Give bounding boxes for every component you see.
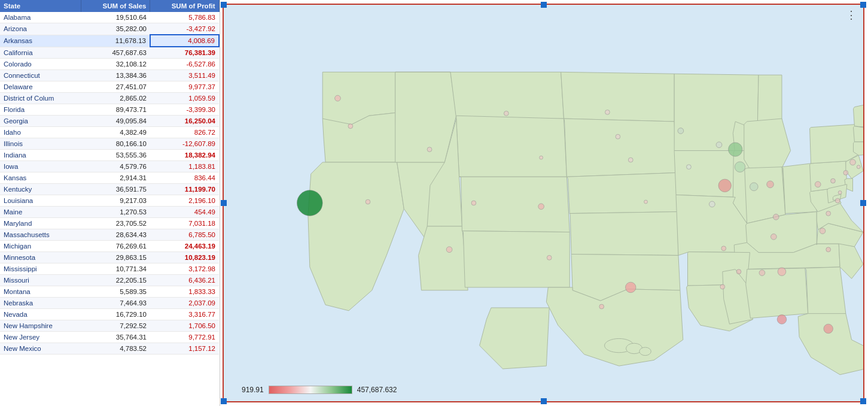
- table-row[interactable]: Nevada16,729.103,316.77: [0, 309, 219, 320]
- bubble-sc[interactable]: [826, 247, 831, 252]
- table-row[interactable]: Iowa4,579.761,183.81: [0, 161, 219, 172]
- cell-profit: -12,607.89: [150, 138, 219, 150]
- table-row[interactable]: New Hampshire7,292.521,706.50: [0, 320, 219, 332]
- bubble-arkansas[interactable]: [721, 246, 726, 251]
- bubble-illinois[interactable]: [718, 179, 731, 192]
- bubble-virginia[interactable]: [826, 211, 831, 216]
- bubble-louisiana[interactable]: [720, 284, 725, 289]
- table-row[interactable]: Georgia49,095.8416,250.04: [0, 116, 219, 127]
- bubble-de[interactable]: [838, 191, 842, 195]
- cell-state: Massachusetts: [0, 229, 81, 241]
- sales-profit-table: State SUM of Sales SUM of Profit Alabama…: [0, 0, 220, 355]
- bubble-iowa[interactable]: [687, 165, 692, 169]
- table-row[interactable]: Delaware27,451.079,977.37: [0, 81, 219, 93]
- bubble-california[interactable]: [297, 190, 322, 216]
- bubble-pa[interactable]: [815, 181, 821, 187]
- resize-handle-bottomleft[interactable]: [221, 398, 227, 404]
- bubble-nd[interactable]: [605, 110, 610, 115]
- table-row[interactable]: Idaho4,382.49826.72: [0, 127, 219, 138]
- bubble-sd[interactable]: [616, 134, 620, 139]
- table-row[interactable]: Kentucky36,591.7511,199.70: [0, 184, 219, 195]
- bubble-tx2[interactable]: [599, 304, 604, 309]
- table-row[interactable]: Arkansas11,678.134,008.69: [0, 35, 219, 47]
- bubble-al[interactable]: [759, 270, 765, 276]
- bubble-florida[interactable]: [777, 315, 787, 325]
- bubble-texas[interactable]: [626, 282, 636, 292]
- cell-state: Nebraska: [0, 298, 81, 309]
- cell-profit: 4,008.69: [150, 35, 219, 47]
- col-header-profit[interactable]: SUM of Profit: [150, 0, 219, 12]
- cell-state: Delaware: [0, 81, 81, 93]
- cell-sales: 35,764.31: [81, 332, 150, 343]
- resize-handle-middleleft[interactable]: [221, 200, 227, 206]
- bubble-md[interactable]: [835, 198, 840, 203]
- bubble-florida2[interactable]: [824, 324, 833, 334]
- bubble-washington[interactable]: [335, 95, 341, 101]
- bubble-az[interactable]: [446, 247, 452, 253]
- resize-handle-bottomcenter[interactable]: [541, 398, 547, 404]
- table-row[interactable]: Kansas2,914.31836.44: [0, 172, 219, 184]
- table-row[interactable]: Florida89,473.71-3,399.30: [0, 104, 219, 116]
- bubble-missouri[interactable]: [709, 201, 715, 207]
- table-row[interactable]: Louisiana9,217.032,196.10: [0, 195, 219, 207]
- table-row[interactable]: Alabama19,510.645,786.83: [0, 12, 219, 23]
- bubble-kentucky[interactable]: [773, 214, 779, 220]
- bubble-wy[interactable]: [540, 156, 543, 159]
- cell-profit: 826.72: [150, 127, 219, 138]
- table-row[interactable]: Maine1,270.53454.49: [0, 207, 219, 218]
- cell-sales: 7,292.52: [81, 320, 150, 332]
- bubble-nevada[interactable]: [366, 199, 370, 204]
- resize-handle-topright[interactable]: [860, 2, 866, 8]
- cell-state: New Jersey: [0, 332, 81, 343]
- resize-handle-middleright[interactable]: [860, 200, 866, 206]
- bubble-ri[interactable]: [857, 165, 860, 169]
- table-row[interactable]: Arizona35,282.00-3,427.92: [0, 23, 219, 35]
- table-row[interactable]: District of Colum2,865.021,059.59: [0, 93, 219, 104]
- col-header-state[interactable]: State: [0, 0, 81, 12]
- bubble-utah[interactable]: [471, 201, 476, 205]
- table-row[interactable]: Massachusetts28,634.436,785.50: [0, 229, 219, 241]
- table-row[interactable]: New Jersey35,764.319,772.91: [0, 332, 219, 343]
- bubble-georgia[interactable]: [778, 268, 786, 276]
- bubble-montana[interactable]: [504, 111, 508, 116]
- resize-handle-bottomright[interactable]: [860, 398, 866, 404]
- map-menu-button[interactable]: ⋮: [846, 8, 857, 22]
- table-row[interactable]: Nebraska7,464.932,037.09: [0, 298, 219, 309]
- bubble-nm[interactable]: [547, 255, 552, 260]
- bubble-wisconsin[interactable]: [716, 142, 722, 148]
- bubble-ma[interactable]: [850, 159, 856, 165]
- col-header-sales[interactable]: SUM of Sales: [81, 0, 150, 12]
- bubble-oregon[interactable]: [348, 124, 353, 129]
- cell-profit: 1,157.12: [150, 343, 219, 355]
- bubble-nebraska[interactable]: [628, 157, 633, 162]
- table-row[interactable]: New Mexico4,783.521,157.12: [0, 343, 219, 355]
- table-row[interactable]: Minnesota29,863.1510,823.19: [0, 252, 219, 263]
- table-row[interactable]: Maryland23,705.527,031.18: [0, 218, 219, 229]
- table-row[interactable]: Montana5,589.351,833.33: [0, 286, 219, 298]
- table-row[interactable]: Mississippi10,771.343,172.98: [0, 263, 219, 275]
- bubble-tennessee[interactable]: [770, 234, 776, 240]
- bubble-nc[interactable]: [820, 228, 826, 234]
- table-row[interactable]: California457,687.6376,381.39: [0, 47, 219, 59]
- bubble-michigan[interactable]: [735, 162, 745, 172]
- resize-handle-topcenter[interactable]: [541, 2, 547, 8]
- table-row[interactable]: Illinois80,166.10-12,607.89: [0, 138, 219, 150]
- table-row[interactable]: Missouri22,205.156,436.21: [0, 275, 219, 286]
- bubble-idaho[interactable]: [427, 147, 432, 152]
- cell-sales: 89,473.71: [81, 104, 150, 116]
- table-row[interactable]: Colorado32,108.12-6,527.86: [0, 59, 219, 70]
- bubble-kansas[interactable]: [644, 200, 648, 204]
- bubble-indiana[interactable]: [750, 183, 758, 191]
- table-row[interactable]: Indiana53,555.3618,382.94: [0, 150, 219, 161]
- bubble-new-york[interactable]: [729, 143, 742, 156]
- bubble-ohio[interactable]: [767, 181, 774, 188]
- cell-profit: 6,785.50: [150, 229, 219, 241]
- table-row[interactable]: Connecticut13,384.363,511.49: [0, 70, 219, 81]
- bubble-ct[interactable]: [843, 171, 848, 175]
- bubble-nj[interactable]: [831, 178, 836, 183]
- bubble-colorado[interactable]: [538, 204, 544, 210]
- bubble-ms[interactable]: [736, 269, 741, 274]
- resize-handle-topleft[interactable]: [221, 2, 227, 8]
- bubble-minnesota[interactable]: [678, 128, 684, 134]
- table-row[interactable]: Michigan76,269.6124,463.19: [0, 241, 219, 252]
